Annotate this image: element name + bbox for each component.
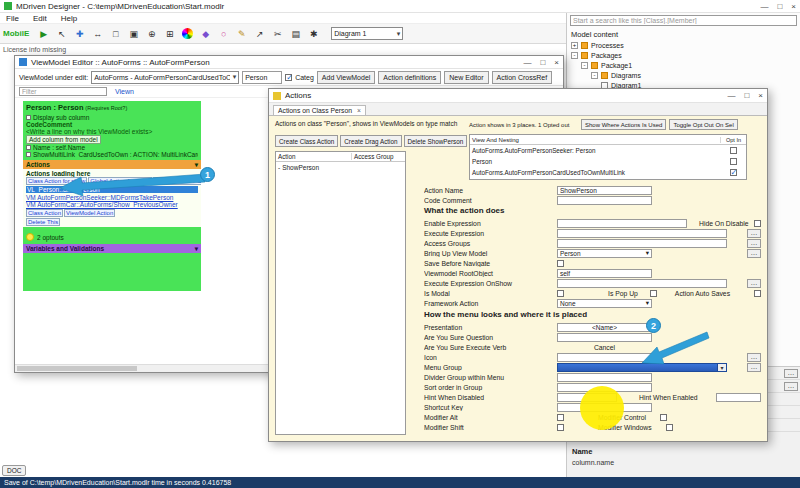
menu-help[interactable]: Help	[61, 14, 77, 23]
grid-icon[interactable]: ⊞	[161, 26, 178, 41]
is-modal-checkbox[interactable]	[557, 290, 564, 297]
palette-icon[interactable]	[182, 28, 193, 39]
person-viewmodel-panel[interactable]: Person : Person (Requires Root?) Display…	[23, 101, 201, 291]
opt-in-checkbox[interactable]	[730, 169, 737, 176]
column-checkbox[interactable]	[26, 152, 31, 157]
modifier-windows-checkbox[interactable]	[666, 424, 673, 431]
viewmodel-combo[interactable]: AutoForms - AutoFormPersonCardUsedToOwnM…	[91, 71, 239, 84]
code-comment-field[interactable]	[557, 196, 652, 205]
close-icon[interactable]: ×	[758, 91, 763, 100]
ellipsis-button[interactable]: …	[784, 382, 798, 391]
zoom-icon[interactable]: ⊕	[143, 26, 160, 41]
modifier-shift-checkbox[interactable]	[557, 424, 564, 431]
delete-this-link[interactable]: Delete This	[26, 218, 60, 226]
collapse-icon[interactable]: -	[591, 72, 598, 79]
cut-icon[interactable]: ✂	[269, 26, 286, 41]
global-action-for-show-link[interactable]: Global Action for show	[88, 177, 152, 185]
tree-item-package1[interactable]: - Package1	[571, 60, 798, 70]
action-auto-saves-checkbox[interactable]	[754, 290, 761, 297]
minimize-icon[interactable]: —	[523, 58, 531, 67]
usage-row[interactable]: Person	[470, 156, 746, 167]
opt-in-checkbox[interactable]	[730, 158, 737, 165]
add-icon[interactable]: ✚	[71, 26, 88, 41]
optouts-label[interactable]: 2 optouts	[37, 234, 64, 241]
report-icon[interactable]: ▤	[287, 26, 304, 41]
doc-button[interactable]: DOC	[2, 465, 26, 476]
collapse-icon[interactable]: -	[571, 52, 578, 59]
tab-close-icon[interactable]: ×	[357, 107, 361, 114]
framework-action-combo[interactable]: None ▾	[557, 299, 652, 308]
tree-item-packages[interactable]: - Packages	[571, 50, 798, 60]
ellipsis-button[interactable]: …	[784, 369, 798, 378]
column-checkbox[interactable]	[26, 145, 31, 150]
maximize-icon[interactable]: □	[744, 91, 749, 100]
close-icon[interactable]: ×	[554, 58, 559, 67]
usage-row[interactable]: AutoForms.AutoFormPersonSeeker: Person	[470, 145, 746, 156]
menu-edit[interactable]: Edit	[33, 14, 47, 23]
action-row[interactable]: VM AutoFormCar::AutoForms/Show_PreviousO…	[26, 201, 198, 208]
modifier-alt-checkbox[interactable]	[557, 414, 564, 421]
new-editor-button[interactable]: New Editor	[444, 71, 488, 84]
icon-field[interactable]	[557, 353, 652, 362]
ellipsis-button[interactable]: …	[747, 239, 761, 248]
minimize-icon[interactable]: —	[727, 91, 735, 100]
global-action-create-link[interactable]: Global Action + Create	[153, 177, 201, 185]
menu-group-combo[interactable]: ▾	[557, 363, 727, 372]
column-header-access-group[interactable]: Access Group	[352, 153, 394, 160]
search-input[interactable]	[570, 15, 797, 26]
viewmodel-action-link[interactable]: ViewModel Action	[64, 209, 115, 217]
execute-expression-field[interactable]	[557, 229, 727, 238]
snapshot-icon[interactable]: ▣	[125, 26, 142, 41]
modifier-control-checkbox[interactable]	[660, 414, 667, 421]
tree-item-diagrams[interactable]: - Diagrams	[571, 70, 798, 80]
settings-icon[interactable]: ✱	[305, 26, 322, 41]
shapes-icon[interactable]: ◆	[197, 26, 214, 41]
ellipsis-button[interactable]: …	[747, 249, 761, 258]
are-you-sure-question-field[interactable]	[557, 333, 652, 342]
property-name-value[interactable]: column.name	[572, 459, 614, 466]
expand-icon[interactable]: +	[571, 42, 578, 49]
code-comment-hint[interactable]: <Write a line on why this ViewModel exis…	[26, 128, 198, 135]
save-before-navigate-checkbox[interactable]	[557, 260, 564, 267]
action-row-showperson[interactable]: VL_Person::ShowPerson	[26, 186, 198, 193]
select-icon[interactable]: ↖	[53, 26, 70, 41]
execute-onshow-field[interactable]	[557, 279, 727, 288]
ellipsis-button[interactable]: …	[747, 363, 761, 372]
table-row-showperson[interactable]: - ShowPerson	[276, 162, 405, 172]
actions-dialog-titlebar[interactable]: Actions — □ ×	[269, 89, 767, 103]
action-crossref-button[interactable]: Action CrossRef	[492, 71, 553, 84]
bring-up-view-model-combo[interactable]: Person ▾	[557, 249, 652, 258]
views-link[interactable]: Viewn	[115, 88, 134, 95]
access-groups-field[interactable]	[557, 239, 727, 248]
filter-input[interactable]	[19, 87, 107, 96]
ellipsis-button[interactable]: …	[747, 229, 761, 238]
diagram-combo[interactable]: Diagram 1 ▾	[331, 27, 403, 40]
delete-showperson-button[interactable]: Delete ShowPerson	[404, 135, 468, 147]
column-header-action[interactable]: Action	[276, 153, 352, 160]
close-icon[interactable]: ×	[791, 2, 796, 11]
action-definitions-button[interactable]: Action definitions	[378, 71, 441, 84]
run-icon[interactable]: ▶	[35, 26, 52, 41]
action-row[interactable]: VM AutoFormPersonSeeker::MDFormsTakePers…	[26, 194, 198, 201]
is-pop-up-checkbox[interactable]	[650, 290, 657, 297]
tree-item-processes[interactable]: + Processes	[571, 40, 798, 50]
column-row[interactable]: ShowMultiLink_CardUsedToOwn : ACTION: Mu…	[26, 151, 198, 158]
connector-icon[interactable]: ↗	[251, 26, 268, 41]
divider-group-field[interactable]	[557, 373, 652, 382]
viewmodel-rootobject-field[interactable]: self	[557, 269, 652, 278]
column-header-view-and-nesting[interactable]: View And Nesting	[470, 137, 720, 143]
opt-in-checkbox[interactable]	[730, 147, 737, 154]
frame-icon[interactable]: □	[107, 26, 124, 41]
ellipsis-button[interactable]: …	[747, 353, 761, 362]
hide-on-disable-checkbox[interactable]	[754, 220, 761, 227]
tab-actions-on-class-person[interactable]: Actions on Class Person ×	[273, 105, 366, 115]
pencil-icon[interactable]: ✎	[233, 26, 250, 41]
presentation-field[interactable]: <Name>	[557, 323, 652, 332]
create-drag-action-button[interactable]: Create Drag Action	[340, 135, 401, 147]
toggle-opt-out-button[interactable]: Toggle Opt Out On Sel	[669, 119, 737, 130]
ellipse-icon[interactable]: ○	[215, 26, 232, 41]
are-you-sure-verb-value[interactable]: Cancel	[557, 344, 652, 351]
add-column-link[interactable]: Add column from model	[26, 135, 101, 144]
column-header-opt-in[interactable]: Opt In	[720, 137, 746, 143]
minimize-icon[interactable]: —	[760, 2, 768, 11]
